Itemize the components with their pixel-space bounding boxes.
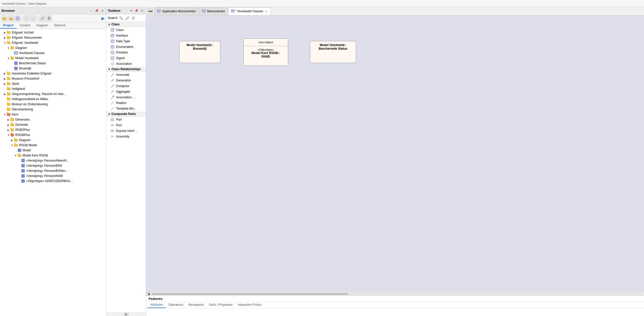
toolbox-item-interface[interactable]: I Interface bbox=[106, 33, 146, 38]
tree-item-erfgoed-archief[interactable]: ▶ Erfgoed: Archief bbox=[0, 30, 106, 35]
tree-toggle[interactable]: ▼ bbox=[7, 57, 10, 60]
diagram-canvas[interactable]: Model Voorbeeld:: Bouwstijl Geo-Object «… bbox=[146, 15, 644, 292]
toolbox-item-datatype[interactable]: Data Type bbox=[106, 38, 146, 44]
diagram-btn[interactable] bbox=[15, 16, 20, 21]
tab-context[interactable]: Context bbox=[17, 23, 33, 29]
new-folder-btn[interactable] bbox=[8, 16, 14, 21]
tree-item-voorbeeld-classes[interactable]: Voorbeeld Classes bbox=[0, 50, 106, 56]
tree-toggle[interactable]: ▶ bbox=[10, 139, 14, 142]
tree-toggle[interactable]: ▼ bbox=[14, 154, 17, 157]
toolbox-item-generalize[interactable]: Generalize bbox=[106, 78, 146, 83]
search-filter-btn[interactable]: 🔎 bbox=[125, 15, 130, 20]
tree-toggle[interactable]: ▼ bbox=[3, 41, 7, 44]
toolbox-item-aggregate[interactable]: Aggregate bbox=[106, 89, 146, 94]
tree-item-dimensies[interactable]: ▶ Dimensies bbox=[0, 117, 106, 122]
tree-item-kern[interactable]: ▼ Kern bbox=[0, 112, 106, 117]
tree-toggle[interactable]: ▶ bbox=[3, 36, 7, 39]
browser-close-btn[interactable]: ✕ bbox=[100, 9, 105, 13]
toolbox-item-template-bind[interactable]: Template Bin… bbox=[106, 106, 146, 111]
tab-project[interactable]: Project bbox=[0, 23, 17, 29]
tree-toggle[interactable]: ▶ bbox=[3, 72, 7, 75]
hscroll-left-btn[interactable]: ◀ bbox=[147, 292, 151, 296]
tree-item-vergunning[interactable]: ▶ Vergunningverlening, Toezicht en Handh… bbox=[0, 91, 106, 97]
toolbox-pin-btn[interactable]: 📌 bbox=[134, 9, 139, 13]
tree-toggle[interactable]: ▼ bbox=[7, 47, 10, 49]
tree-item-erfgoed-monumenten[interactable]: ▶ Erfgoed: Monumenten bbox=[0, 35, 106, 40]
tree-item-museum[interactable]: ▶ Museum Prinsenhof bbox=[0, 76, 106, 81]
toolbox-section-composite[interactable]: ▼ Composite Parts bbox=[106, 111, 146, 117]
browser-panel-controls[interactable]: – 📌 ✕ bbox=[90, 9, 105, 13]
uml-box-bouwstijl[interactable]: Model Voorbeeld:: Bouwstijl bbox=[179, 41, 220, 63]
features-tab-receptions[interactable]: Receptions bbox=[186, 302, 206, 308]
link-btn[interactable]: 🔗 bbox=[39, 16, 45, 21]
tab-applicaties-monumenten[interactable]: Applicaties Monumenten bbox=[154, 7, 199, 15]
toolbox-panel-controls[interactable]: ▾ 📌 ✕ bbox=[130, 9, 144, 13]
toolbox-item-signal[interactable]: Signal bbox=[106, 55, 146, 61]
tree-item-diagram[interactable]: ▼ Diagram bbox=[0, 45, 106, 50]
diagram-hscrollbar[interactable]: ◀ bbox=[146, 292, 644, 296]
tree-item-model-kern-rsgb[interactable]: ▼ Model Kern RSGB bbox=[0, 153, 106, 158]
toolbox-item-class[interactable]: Class bbox=[106, 27, 146, 33]
tree-toggle[interactable]: ▶ bbox=[7, 118, 10, 121]
tree-toggle[interactable]: ▶ bbox=[7, 129, 10, 131]
tree-item-persoon2[interactable]: «Verwijzing» PersoonBSN bbox=[0, 163, 106, 168]
tree-item-persoon1[interactable]: «Verwijzing» PersoonAlleenN… bbox=[0, 158, 106, 163]
tab-monumenten[interactable]: Monumenten bbox=[199, 7, 228, 15]
tree-toggle[interactable]: ▼ bbox=[10, 144, 14, 147]
toolbox-section-class-relationships[interactable]: ▼ Class Relationships bbox=[106, 67, 146, 72]
tree-toggle[interactable]: ▶ bbox=[7, 123, 10, 126]
tree-item-model[interactable]: Model bbox=[0, 148, 106, 153]
search-btn[interactable]: 🔍 bbox=[119, 15, 124, 20]
toolbox-item-enumeration[interactable]: Enumeration bbox=[106, 44, 146, 50]
tree-toggle[interactable]: ▶ bbox=[3, 82, 7, 85]
tree-toggle[interactable]: ▶ bbox=[3, 93, 7, 96]
tree-item-adresseerbaa[interactable]: «Objecttype» ADRESSEERBAA… bbox=[0, 178, 106, 184]
uml-box-pand[interactable]: Geo-Object «Objecttype» Model Kern RSGB:… bbox=[243, 38, 288, 66]
tree-item-veiligheid[interactable]: Veiligheid bbox=[0, 86, 106, 91]
move-down-btn[interactable]: ↓ bbox=[30, 16, 36, 21]
tab-diagram[interactable]: Diagram bbox=[33, 23, 51, 29]
tree-item-rgbzplus[interactable]: ▶ RGBZPlus bbox=[0, 127, 106, 132]
arrow-right-btn[interactable]: ▶ bbox=[101, 16, 105, 21]
uml-box-beschermde-status[interactable]: Model Voorbeeld:: Beschermde Status bbox=[310, 41, 356, 63]
tree-item-volksgezondheid[interactable]: Volksgezondheid en Milieu bbox=[0, 97, 106, 102]
toolbox-item-primitive[interactable]: Primitive bbox=[106, 50, 146, 55]
tree-item-erfgoed-voorbeeld[interactable]: ▼ Erfgoed: Voorbeeld bbox=[0, 40, 106, 45]
move-up-btn[interactable]: ↑ bbox=[24, 16, 29, 21]
toolbox-dropdown-btn[interactable]: ▾ bbox=[130, 9, 133, 13]
toolbox-close-btn[interactable]: ✕ bbox=[140, 9, 144, 13]
tree-item-generieke[interactable]: ▶ Generieke Entiteiten Erfgoed bbox=[0, 71, 106, 76]
tree-item-persoon4[interactable]: «Verwijzing» PersoonNAW bbox=[0, 173, 106, 178]
tree-toggle[interactable]: ▶ bbox=[3, 77, 7, 80]
tree-item-beschermde-status[interactable]: Beschermde Status bbox=[0, 61, 106, 66]
features-tab-operations[interactable]: Operations bbox=[166, 302, 186, 308]
tree-item-sport[interactable]: ▶ Sport bbox=[0, 81, 106, 86]
toolbox-item-port[interactable]: Port bbox=[106, 122, 146, 128]
search-menu-btn[interactable]: ☰ bbox=[131, 15, 136, 20]
tree-item-diagram2[interactable]: ▶ Diagram bbox=[0, 138, 106, 143]
toolbox-scrollbar[interactable]: ▼ bbox=[106, 312, 146, 316]
tree-item-rsgb-model[interactable]: ▼ RSGB Model bbox=[0, 143, 106, 148]
tree-toggle[interactable]: ▼ bbox=[3, 113, 7, 116]
tab-element[interactable]: Element bbox=[51, 23, 68, 29]
browser-minimize-btn[interactable]: – bbox=[90, 9, 93, 13]
features-tab-parts[interactable]: Parts / Properties bbox=[206, 302, 235, 308]
toolbox-item-expose-interface[interactable]: Expose Interf… bbox=[106, 128, 146, 134]
tree-item-dienstverlening[interactable]: Dienstverlening bbox=[0, 107, 106, 112]
hscroll-thumb[interactable] bbox=[152, 293, 348, 295]
toolbox-item-assembly[interactable]: Assembly bbox=[106, 134, 146, 139]
tree-item-persoon3[interactable]: «Verwijzing» PersoonBSNen… bbox=[0, 168, 106, 173]
toolbox-item-compose[interactable]: Compose bbox=[106, 83, 146, 89]
features-tab-interaction[interactable]: Interaction Points bbox=[235, 302, 264, 308]
toolbox-item-realize[interactable]: Realize bbox=[106, 100, 146, 106]
browser-pin-btn[interactable]: 📌 bbox=[94, 9, 99, 13]
toolbox-item-part[interactable]: Part bbox=[106, 117, 146, 122]
tree-item-model-voorbeeld[interactable]: ▼ Model Voorbeeld bbox=[0, 56, 106, 61]
toolbox-scroll-down[interactable]: ▼ bbox=[124, 313, 128, 316]
hscroll-track[interactable] bbox=[151, 293, 643, 295]
toolbox-item-association[interactable]: Association bbox=[106, 61, 146, 67]
tab-voorbeeld-classes[interactable]: *Voorbeeld Classes ✕ bbox=[228, 7, 271, 15]
tree-toggle[interactable]: ▼ bbox=[7, 134, 10, 136]
tree-item-generiek[interactable]: ▶ Generiek bbox=[0, 122, 106, 127]
tree-toggle[interactable]: ▶ bbox=[3, 31, 7, 34]
